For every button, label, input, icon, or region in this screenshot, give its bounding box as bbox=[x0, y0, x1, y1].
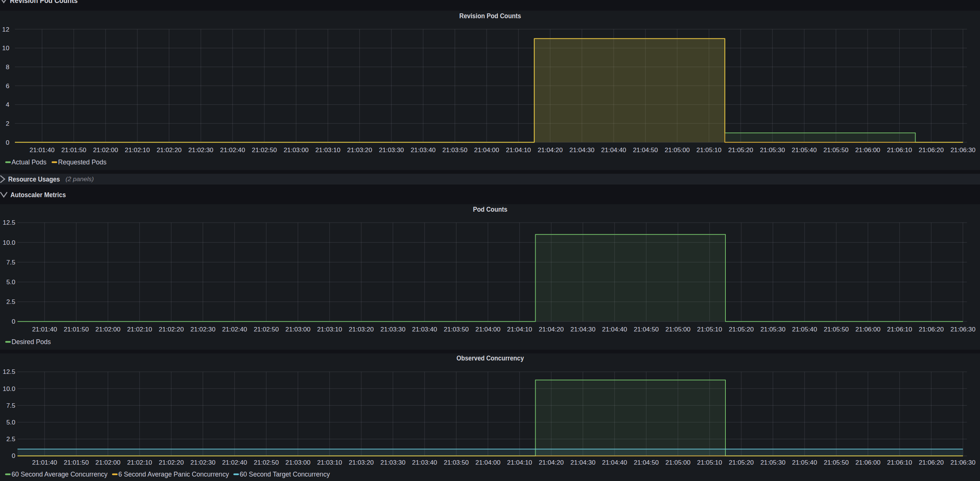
svg-text:21:02:30: 21:02:30 bbox=[191, 325, 215, 333]
svg-text:21:04:20: 21:04:20 bbox=[539, 325, 563, 333]
svg-text:21:05:40: 21:05:40 bbox=[792, 325, 817, 333]
svg-text:21:02:40: 21:02:40 bbox=[220, 146, 245, 154]
svg-text:Requested Pods: Requested Pods bbox=[58, 159, 107, 166]
svg-text:2.5: 2.5 bbox=[6, 298, 15, 305]
svg-text:21:04:30: 21:04:30 bbox=[570, 146, 594, 154]
svg-text:21:03:00: 21:03:00 bbox=[285, 459, 310, 466]
svg-text:21:01:50: 21:01:50 bbox=[61, 146, 86, 154]
svg-text:Revision Pod Counts: Revision Pod Counts bbox=[10, 0, 78, 5]
svg-text:21:04:10: 21:04:10 bbox=[506, 146, 531, 154]
svg-text:12: 12 bbox=[2, 26, 9, 33]
svg-text:21:02:20: 21:02:20 bbox=[159, 459, 183, 466]
svg-text:60 Second Target Concurrency: 60 Second Target Concurrency bbox=[240, 471, 330, 478]
svg-text:21:03:30: 21:03:30 bbox=[379, 146, 404, 154]
svg-text:21:02:40: 21:02:40 bbox=[222, 325, 247, 333]
svg-text:21:05:50: 21:05:50 bbox=[824, 325, 849, 333]
svg-text:21:02:10: 21:02:10 bbox=[127, 459, 152, 466]
svg-text:21:04:30: 21:04:30 bbox=[571, 325, 595, 333]
svg-text:21:05:30: 21:05:30 bbox=[760, 146, 785, 154]
svg-text:21:02:00: 21:02:00 bbox=[93, 146, 118, 154]
svg-text:21:06:30: 21:06:30 bbox=[950, 459, 975, 466]
svg-text:(2 panels): (2 panels) bbox=[65, 176, 94, 183]
svg-text:21:06:30: 21:06:30 bbox=[950, 325, 975, 333]
svg-text:Desired Pods: Desired Pods bbox=[11, 338, 51, 346]
svg-text:21:03:50: 21:03:50 bbox=[444, 459, 469, 466]
svg-text:21:04:00: 21:04:00 bbox=[474, 146, 499, 154]
svg-text:Observed Concurrency: Observed Concurrency bbox=[457, 354, 524, 362]
svg-text:21:03:30: 21:03:30 bbox=[380, 325, 405, 333]
svg-text:10.0: 10.0 bbox=[3, 239, 15, 246]
svg-text:21:02:00: 21:02:00 bbox=[95, 459, 120, 466]
svg-text:21:01:50: 21:01:50 bbox=[64, 325, 89, 333]
svg-text:21:05:10: 21:05:10 bbox=[696, 146, 721, 154]
svg-text:21:05:20: 21:05:20 bbox=[729, 325, 754, 333]
svg-text:21:03:20: 21:03:20 bbox=[349, 459, 374, 466]
svg-text:21:02:40: 21:02:40 bbox=[222, 459, 247, 466]
svg-text:7.5: 7.5 bbox=[6, 259, 15, 266]
svg-text:21:01:40: 21:01:40 bbox=[29, 146, 54, 154]
svg-text:21:04:40: 21:04:40 bbox=[602, 325, 627, 333]
svg-text:21:02:50: 21:02:50 bbox=[252, 146, 277, 154]
svg-text:21:04:10: 21:04:10 bbox=[507, 459, 532, 466]
svg-text:21:01:50: 21:01:50 bbox=[64, 459, 89, 466]
svg-text:6 Second Average Panic Concurr: 6 Second Average Panic Concurrency bbox=[118, 471, 229, 478]
svg-text:21:02:00: 21:02:00 bbox=[95, 325, 120, 333]
svg-text:21:02:50: 21:02:50 bbox=[254, 459, 279, 466]
svg-text:8: 8 bbox=[6, 63, 9, 71]
svg-text:21:02:30: 21:02:30 bbox=[188, 146, 213, 154]
svg-text:21:05:30: 21:05:30 bbox=[760, 325, 785, 333]
svg-text:10: 10 bbox=[2, 44, 9, 52]
svg-text:21:06:30: 21:06:30 bbox=[951, 146, 975, 154]
svg-text:21:03:10: 21:03:10 bbox=[315, 146, 340, 154]
svg-text:4: 4 bbox=[6, 101, 9, 108]
svg-text:21:04:10: 21:04:10 bbox=[507, 325, 532, 333]
svg-text:21:03:10: 21:03:10 bbox=[317, 325, 342, 333]
svg-text:21:03:50: 21:03:50 bbox=[442, 146, 468, 154]
svg-text:21:03:00: 21:03:00 bbox=[285, 325, 310, 333]
svg-text:21:04:40: 21:04:40 bbox=[602, 459, 627, 466]
svg-text:21:04:00: 21:04:00 bbox=[475, 459, 500, 466]
svg-text:21:02:50: 21:02:50 bbox=[254, 325, 279, 333]
svg-text:21:05:40: 21:05:40 bbox=[792, 459, 817, 466]
svg-text:10.0: 10.0 bbox=[3, 385, 15, 392]
svg-text:21:04:50: 21:04:50 bbox=[633, 146, 658, 154]
svg-text:21:03:20: 21:03:20 bbox=[349, 325, 374, 333]
svg-text:Revision Pod Counts: Revision Pod Counts bbox=[459, 12, 521, 20]
svg-text:21:06:20: 21:06:20 bbox=[919, 325, 943, 333]
svg-text:0: 0 bbox=[11, 452, 15, 459]
svg-text:21:05:30: 21:05:30 bbox=[760, 459, 785, 466]
svg-text:21:03:40: 21:03:40 bbox=[412, 325, 437, 333]
svg-text:2: 2 bbox=[6, 120, 9, 127]
svg-text:21:01:40: 21:01:40 bbox=[32, 459, 57, 466]
svg-text:Autoscaler Metrics: Autoscaler Metrics bbox=[10, 191, 66, 198]
svg-text:21:04:20: 21:04:20 bbox=[538, 146, 562, 154]
svg-text:Resource Usages: Resource Usages bbox=[8, 176, 60, 183]
svg-text:21:04:20: 21:04:20 bbox=[539, 459, 563, 466]
svg-text:21:01:40: 21:01:40 bbox=[32, 325, 57, 333]
svg-text:21:06:20: 21:06:20 bbox=[919, 146, 943, 154]
svg-text:21:06:20: 21:06:20 bbox=[919, 459, 943, 466]
svg-text:21:06:10: 21:06:10 bbox=[887, 459, 912, 466]
svg-text:21:06:00: 21:06:00 bbox=[855, 325, 880, 333]
svg-text:21:04:00: 21:04:00 bbox=[475, 325, 500, 333]
svg-text:21:03:20: 21:03:20 bbox=[347, 146, 372, 154]
svg-text:21:03:00: 21:03:00 bbox=[284, 146, 309, 154]
svg-text:21:05:10: 21:05:10 bbox=[697, 325, 722, 333]
svg-text:21:02:10: 21:02:10 bbox=[127, 325, 152, 333]
svg-text:21:06:10: 21:06:10 bbox=[887, 146, 912, 154]
svg-text:5.0: 5.0 bbox=[6, 419, 15, 426]
svg-text:21:03:40: 21:03:40 bbox=[412, 459, 437, 466]
svg-text:6: 6 bbox=[6, 82, 9, 90]
svg-text:21:03:40: 21:03:40 bbox=[410, 146, 436, 154]
svg-text:21:03:50: 21:03:50 bbox=[444, 325, 469, 333]
svg-text:21:05:50: 21:05:50 bbox=[824, 459, 849, 466]
svg-text:21:05:40: 21:05:40 bbox=[792, 146, 817, 154]
svg-text:Actual Pods: Actual Pods bbox=[11, 159, 46, 166]
svg-text:21:05:00: 21:05:00 bbox=[665, 146, 690, 154]
svg-text:21:02:20: 21:02:20 bbox=[159, 325, 183, 333]
svg-text:21:04:40: 21:04:40 bbox=[601, 146, 626, 154]
svg-text:0: 0 bbox=[6, 139, 9, 146]
svg-text:21:05:00: 21:05:00 bbox=[665, 459, 690, 466]
svg-text:12.5: 12.5 bbox=[3, 368, 15, 375]
svg-text:21:02:10: 21:02:10 bbox=[125, 146, 150, 154]
